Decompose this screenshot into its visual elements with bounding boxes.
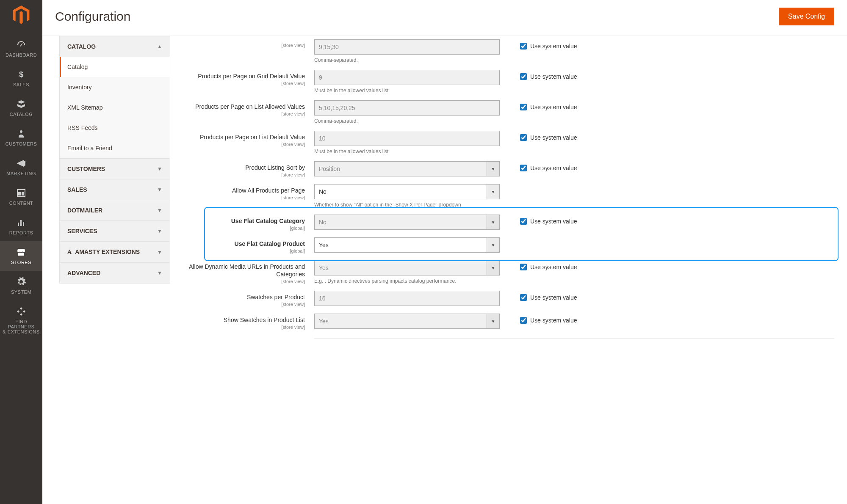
chevron-up-icon: ▲ [157, 44, 162, 50]
nav-dashboard[interactable]: DASHBOARD [0, 34, 42, 63]
chevron-down-icon: ▼ [157, 207, 162, 213]
flat-cat-sys-checkbox[interactable] [520, 218, 527, 225]
sys-label: Use system value [530, 134, 577, 141]
sys-label: Use system value [530, 165, 577, 171]
swatches-input[interactable] [314, 291, 500, 306]
field-list-default: Products per Page on List Default Value[… [183, 127, 834, 158]
field-list-allowed: Products per Page on List Allowed Values… [183, 97, 834, 127]
show-swatches-select[interactable]: Yes▼ [314, 314, 500, 329]
sys-label: Use system value [530, 73, 577, 80]
list-allowed-input[interactable] [314, 100, 500, 116]
nav-catalog[interactable]: CATALOG [0, 93, 42, 123]
sys-label: Use system value [530, 218, 577, 225]
dropdown-arrow-icon: ▼ [487, 162, 499, 176]
sys-label: Use system value [530, 43, 577, 50]
dropdown-arrow-icon: ▼ [487, 185, 499, 199]
list-default-input[interactable] [314, 131, 500, 146]
nav-stores[interactable]: STORES [0, 241, 42, 271]
nav-reports[interactable]: REPORTS [0, 212, 42, 241]
chevron-down-icon: ▼ [157, 228, 162, 234]
grid-allowed-sys-checkbox[interactable] [520, 43, 527, 50]
field-allow-all: Allow All Products per Page[store view] … [183, 181, 834, 211]
svg-rect-7 [23, 222, 24, 226]
nav-sales[interactable]: $SALES [0, 63, 42, 93]
dropdown-arrow-icon: ▼ [487, 261, 499, 275]
chevron-down-icon: ▼ [157, 249, 162, 255]
section-header-sales[interactable]: SALES▼ [60, 179, 170, 200]
dropdown-arrow-icon: ▼ [487, 314, 499, 328]
field-flat-category: Use Flat Catalog Category[global] No▼ Us… [183, 211, 834, 234]
divider [314, 338, 834, 339]
sys-label: Use system value [530, 104, 577, 110]
sidebar-item-xml-sitemap[interactable]: XML Sitemap [60, 97, 170, 118]
swatches-sys-checkbox[interactable] [520, 294, 527, 301]
svg-rect-3 [18, 192, 21, 196]
save-config-button[interactable]: Save Config [779, 8, 834, 25]
grid-allowed-input[interactable] [314, 39, 500, 55]
dyn-media-sys-checkbox[interactable] [520, 264, 527, 270]
flat-category-select[interactable]: No▼ [314, 215, 500, 230]
dyn-media-select[interactable]: Yes▼ [314, 260, 500, 275]
chevron-down-icon: ▼ [157, 166, 162, 172]
section-header-services[interactable]: SERVICES▼ [60, 221, 170, 241]
field-grid-default: Products per Page on Grid Default Value[… [183, 66, 834, 97]
section-header-advanced[interactable]: ADVANCED▼ [60, 263, 170, 283]
field-show-swatches: Show Swatches in Product List[store view… [183, 310, 834, 333]
field-dynamic-media: Allow Dynamic Media URLs in Products and… [183, 257, 834, 287]
chevron-down-icon: ▼ [157, 270, 162, 276]
section-header-dotmailer[interactable]: DOTMAILER▼ [60, 200, 170, 220]
page-header: Configuration Save Config [42, 0, 847, 36]
chevron-down-icon: ▼ [157, 187, 162, 193]
amasty-a-icon: A [67, 249, 72, 255]
flat-product-select[interactable]: Yes▼ [314, 237, 500, 253]
nav-system[interactable]: SYSTEM [0, 271, 42, 300]
sys-label: Use system value [530, 264, 577, 270]
help-text: Must be in the allowed values list [314, 88, 500, 94]
config-sections-sidebar: CATALOG ▲ Catalog Inventory XML Sitemap … [59, 36, 170, 339]
dropdown-arrow-icon: ▼ [487, 215, 499, 229]
sys-label: Use system value [530, 294, 577, 301]
sidebar-item-email-friend[interactable]: Email to a Friend [60, 138, 170, 158]
field-grid-allowed: [store view] Comma-separated. Use system… [183, 36, 834, 66]
section-catalog: CATALOG ▲ Catalog Inventory XML Sitemap … [59, 36, 170, 159]
help-text: Comma-separated. [314, 57, 500, 63]
nav-customers[interactable]: CUSTOMERS [0, 123, 42, 152]
nav-content[interactable]: CONTENT [0, 182, 42, 212]
svg-rect-6 [20, 220, 22, 226]
sidebar-item-inventory[interactable]: Inventory [60, 77, 170, 97]
help-text: Whether to show "All" option in the "Sho… [314, 202, 500, 208]
grid-default-sys-checkbox[interactable] [520, 73, 527, 80]
nav-marketing[interactable]: MARKETING [0, 152, 42, 182]
field-sort-by: Product Listing Sort by[store view] Posi… [183, 158, 834, 181]
grid-default-input[interactable] [314, 70, 500, 85]
help-text: Comma-separated. [314, 118, 500, 124]
allow-all-select[interactable]: No▼ [314, 184, 500, 199]
magento-logo-icon [11, 5, 31, 25]
help-text: Must be in the allowed values list [314, 149, 500, 154]
sys-label: Use system value [530, 317, 577, 324]
field-swatches: Swatches per Product[store view] Use sys… [183, 287, 834, 310]
svg-text:$: $ [19, 70, 23, 79]
svg-rect-5 [18, 223, 19, 226]
show-swatches-sys-checkbox[interactable] [520, 317, 527, 324]
list-allowed-sys-checkbox[interactable] [520, 104, 527, 110]
sidebar-item-catalog[interactable]: Catalog [60, 57, 170, 77]
dropdown-arrow-icon: ▼ [487, 238, 499, 252]
field-flat-product: Use Flat Catalog Product[global] Yes▼ [183, 234, 834, 257]
svg-point-1 [20, 130, 22, 133]
nav-find-partners[interactable]: FIND PARTNERS & EXTENSIONS [0, 300, 42, 340]
section-header-catalog[interactable]: CATALOG ▲ [60, 36, 170, 57]
svg-rect-4 [22, 192, 24, 196]
sort-by-sys-checkbox[interactable] [520, 165, 527, 171]
section-header-customers[interactable]: CUSTOMERS▼ [60, 159, 170, 179]
sort-by-select[interactable]: Position▼ [314, 161, 500, 176]
config-form: [store view] Comma-separated. Use system… [170, 36, 847, 339]
admin-left-nav: DASHBOARD $SALES CATALOG CUSTOMERS MARKE… [0, 0, 42, 504]
section-header-amasty[interactable]: AAMASTY EXTENSIONS▼ [60, 242, 170, 262]
sidebar-item-rss-feeds[interactable]: RSS Feeds [60, 118, 170, 138]
help-text: E.g. . Dynamic directives parsing impact… [314, 278, 500, 284]
page-title: Configuration [55, 9, 130, 24]
list-default-sys-checkbox[interactable] [520, 134, 527, 141]
